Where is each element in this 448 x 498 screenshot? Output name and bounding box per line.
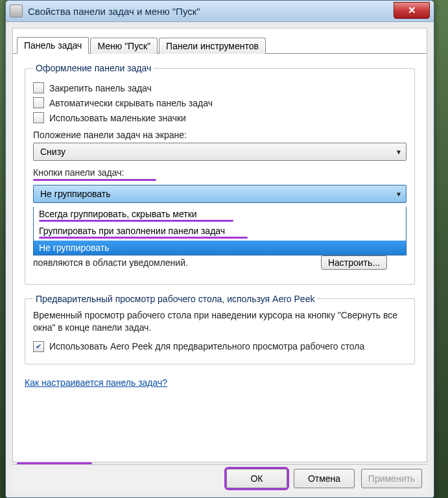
tabstrip: Панель задач Меню "Пуск" Панели инструме… (13, 29, 427, 54)
apply-button[interactable]: Применить (361, 469, 422, 488)
close-icon: ✕ (408, 5, 416, 16)
tab-label: Панели инструментов (166, 41, 259, 51)
tab-label: Панель задач (24, 40, 82, 51)
row-small-icons: Использовать маленькие значки (33, 112, 407, 123)
label-small-icons: Использовать маленькие значки (49, 113, 186, 123)
aero-desc: Временный просмотр рабочего стола при на… (33, 309, 407, 335)
client-area: Панель задач Меню "Пуск" Панели инструме… (12, 28, 427, 462)
label-autohide: Автоматически скрывать панель задач (49, 98, 213, 108)
combo-option-never-group[interactable]: Не группировать (34, 241, 406, 255)
option-label: Всегда группировать, скрывать метки (39, 209, 197, 219)
label-buttons: Кнопки панели задач: (33, 167, 407, 178)
row-autohide: Автоматически скрывать панель задач (33, 97, 407, 108)
cancel-button[interactable]: Отмена (294, 469, 355, 488)
checkbox-autohide[interactable] (33, 97, 44, 108)
button-bar: ОК Отмена Применить (12, 464, 427, 492)
combo-buttons[interactable]: Не группировать ▼ (33, 185, 407, 203)
option-label: Не группировать (39, 243, 110, 253)
group-legend: Предварительный просмотр рабочего стола,… (33, 294, 317, 304)
annotation-underline (39, 237, 248, 239)
tab-taskbar[interactable]: Панель задач (17, 37, 89, 54)
label-use-aero: Использовать Aero Peek для предварительн… (49, 341, 364, 351)
button-label: ОК (250, 473, 263, 484)
checkbox-lock[interactable] (33, 82, 44, 93)
button-label: Применить (368, 473, 415, 484)
button-label: Настроить... (328, 257, 380, 268)
customize-button[interactable]: Настроить... (321, 255, 387, 270)
checkbox-use-aero[interactable]: ✔ (33, 341, 44, 352)
combo-buttons-value: Не группировать (40, 189, 111, 199)
tab-content: Оформление панели задач Закрепить панель… (13, 54, 427, 394)
window-title: Свойства панели задач и меню "Пуск" (28, 6, 200, 17)
option-label: Группировать при заполнении панели задач (39, 226, 225, 236)
chevron-down-icon: ▼ (395, 191, 402, 198)
chevron-down-icon: ▼ (395, 148, 402, 156)
tab-start-menu[interactable]: Меню "Пуск" (90, 38, 158, 54)
group-aero-peek: Предварительный просмотр рабочего стола,… (25, 294, 415, 364)
combo-position[interactable]: Снизу ▼ (33, 143, 407, 161)
label-lock: Закрепить панель задач (49, 83, 152, 93)
dialog-window: Свойства панели задач и меню "Пуск" ✕ Па… (5, 0, 434, 498)
notify-row: появляются в области уведомлений. Настро… (33, 257, 407, 270)
group-legend: Оформление панели задач (33, 63, 154, 73)
notify-text: появляются в области уведомлений. (33, 257, 188, 268)
row-lock: Закрепить панель задач (33, 82, 407, 93)
tab-label: Меню "Пуск" (97, 41, 150, 51)
titlebar: Свойства панели задач и меню "Пуск" ✕ (6, 1, 434, 22)
close-button[interactable]: ✕ (394, 2, 430, 19)
button-label: Отмена (308, 473, 340, 484)
checkbox-small-icons[interactable] (33, 112, 44, 123)
group-design: Оформление панели задач Закрепить панель… (25, 63, 415, 285)
annotation-underline (39, 220, 233, 222)
combo-position-value: Снизу (40, 147, 65, 157)
help-link[interactable]: Как настраивается панель задач? (25, 377, 167, 388)
combo-option-group-when-full[interactable]: Группировать при заполнении панели задач (34, 224, 406, 241)
combo-option-always-group[interactable]: Всегда группировать, скрывать метки (34, 207, 406, 224)
label-position: Положение панели задач на экране: (33, 130, 407, 140)
ok-button[interactable]: ОК (226, 469, 287, 488)
app-icon (10, 5, 23, 18)
tab-toolbars[interactable]: Панели инструментов (159, 38, 266, 54)
row-use-aero: ✔ Использовать Aero Peek для предварител… (33, 341, 407, 352)
annotation-underline (33, 179, 156, 181)
combo-buttons-list: Всегда группировать, скрывать метки Груп… (33, 207, 407, 255)
